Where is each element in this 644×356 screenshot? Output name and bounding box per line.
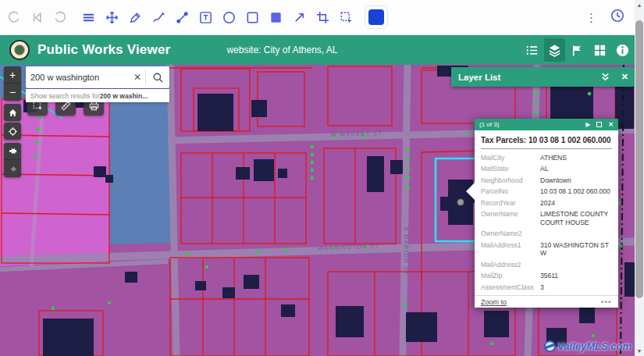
search-input[interactable] <box>26 73 130 82</box>
attribute-label: MailAddress2 <box>481 261 540 269</box>
attribute-value: 2024 <box>540 199 612 208</box>
draw-button[interactable] <box>567 38 588 62</box>
selection-button[interactable] <box>336 8 356 27</box>
history-button[interactable] <box>610 8 625 27</box>
attribute-label: AssessmentClass <box>481 283 540 292</box>
pan-button[interactable] <box>102 8 122 27</box>
zoom-in-button[interactable]: + <box>4 66 21 84</box>
next-extent-button[interactable] <box>4 160 21 177</box>
text-box-button[interactable] <box>196 8 215 27</box>
ellipse-button[interactable] <box>219 8 239 27</box>
polyline-icon <box>175 10 190 25</box>
draw-icon <box>570 43 585 58</box>
attribute-row: MailAddress1 310 WASHINGTON ST W <box>481 241 612 258</box>
header-tools <box>521 38 633 62</box>
attribute-value: Downtown <box>540 176 612 185</box>
crop-icon <box>315 10 330 25</box>
maximize-popup-icon[interactable] <box>596 122 602 127</box>
kebab-menu-icon[interactable]: ⋮ <box>585 12 597 23</box>
menu-button[interactable] <box>79 8 98 27</box>
public-works-viewer-app: ⋮ Public Works Viewer website: City of A… <box>0 0 644 356</box>
legend-button[interactable] <box>521 38 543 62</box>
attribute-value: LIMESTONE COUNTY COURT HOUSE <box>540 210 612 226</box>
color-picker-button[interactable] <box>365 5 388 29</box>
legend-icon <box>525 43 539 58</box>
layer-list-button[interactable] <box>544 38 565 62</box>
scrollbar-thumb[interactable] <box>635 20 643 298</box>
page-scrollbar[interactable]: ▲ ▼ <box>635 0 644 356</box>
basemap-gallery-button[interactable] <box>589 38 610 62</box>
skip-back-button[interactable] <box>27 8 47 27</box>
attribute-value <box>540 230 612 238</box>
collapse-panel-button[interactable] <box>600 72 610 82</box>
city-seal-logo <box>9 40 30 60</box>
attribute-value <box>540 261 612 269</box>
attribute-row: RecordYear 2024 <box>481 199 612 208</box>
color-swatch <box>368 9 384 25</box>
polyline-button[interactable] <box>173 8 192 27</box>
attribute-table: MailCity ATHENS MailState AL Neighborhoo… <box>475 152 618 308</box>
home-button[interactable] <box>4 104 21 121</box>
redo-button[interactable] <box>51 8 70 27</box>
close-panel-icon[interactable]: ✕ <box>621 72 628 82</box>
search-button[interactable] <box>146 66 169 88</box>
website-label: website: City of Athens, AL <box>226 44 337 55</box>
watermark-text: ValleyMLS.com <box>557 340 632 352</box>
scroll-up-arrow[interactable]: ▲ <box>635 0 644 10</box>
info-icon <box>615 43 630 58</box>
home-icon <box>8 108 18 118</box>
attribute-label: MailState <box>481 165 540 173</box>
street-label: S MARION ST <box>404 218 409 285</box>
rectangle-outline-button[interactable] <box>243 8 262 27</box>
attribute-row: MailAddress2 <box>481 261 612 269</box>
popup-title: Tax Parcels: 10 03 08 1 002 060.000 <box>475 130 618 148</box>
annotation-toolbar: ⋮ <box>0 0 635 35</box>
info-button[interactable] <box>612 38 633 62</box>
zoom-out-button[interactable]: − <box>4 84 21 101</box>
highlighter-icon <box>128 10 143 25</box>
circle-icon <box>222 10 237 25</box>
popup-menu-icon[interactable]: ••• <box>601 298 612 306</box>
forward-arrow-icon <box>8 164 18 174</box>
app-title: Public Works Viewer <box>37 42 170 58</box>
attribute-value: ATHENS <box>540 154 612 162</box>
freehand-draw-icon <box>151 10 166 25</box>
zoom-to-link[interactable]: Zoom to <box>481 298 507 306</box>
popup-header: (1 of 3) ▶ ✕ <box>475 119 618 130</box>
extent-nav-controls <box>4 143 21 177</box>
rectangle-outline-icon <box>245 10 260 25</box>
layer-list-title: Layer List <box>458 73 589 82</box>
layer-list-panel: Layer List ✕ <box>451 67 635 87</box>
selection-icon <box>339 10 354 25</box>
move-icon <box>105 10 119 25</box>
crosshair-icon <box>8 126 18 137</box>
highlighter-button[interactable] <box>126 8 145 27</box>
rectangle-filled-icon <box>269 10 283 25</box>
close-popup-icon[interactable]: ✕ <box>608 122 614 128</box>
attribute-label: Neighborhood <box>481 176 540 185</box>
undo-button[interactable] <box>4 8 23 27</box>
popup-divider <box>481 148 612 149</box>
freehand-draw-button[interactable] <box>149 8 169 27</box>
locate-control <box>4 123 21 140</box>
locate-button[interactable] <box>4 123 21 140</box>
attribute-row: MailState AL <box>481 165 612 173</box>
rectangle-filled-button[interactable] <box>266 8 286 27</box>
clear-search-icon[interactable]: ✕ <box>130 72 145 83</box>
attribute-row: OwnerName LIMESTONE COUNTY COURT HOUSE <box>481 210 612 226</box>
scroll-down-arrow[interactable]: ▼ <box>635 346 644 356</box>
previous-extent-button[interactable] <box>4 143 21 160</box>
home-control <box>4 104 21 121</box>
attribute-row: MailZip 35611 <box>481 272 612 280</box>
attribute-label: MailCity <box>481 154 540 162</box>
arrow-button[interactable] <box>290 8 309 27</box>
feature-popup: (1 of 3) ▶ ✕ Tax Parcels: 10 03 08 1 002… <box>475 119 618 308</box>
menu-icon <box>81 10 96 25</box>
attribute-label: OwnerName <box>481 210 540 226</box>
popup-footer: Zoom to ••• <box>475 295 618 308</box>
attribute-label: MailZip <box>481 272 540 280</box>
search-suggestion[interactable]: Show search results for 200 w washin... <box>26 89 169 102</box>
crop-button[interactable] <box>313 8 333 27</box>
popup-pointer <box>466 183 475 200</box>
next-feature-icon[interactable]: ▶ <box>585 122 590 128</box>
